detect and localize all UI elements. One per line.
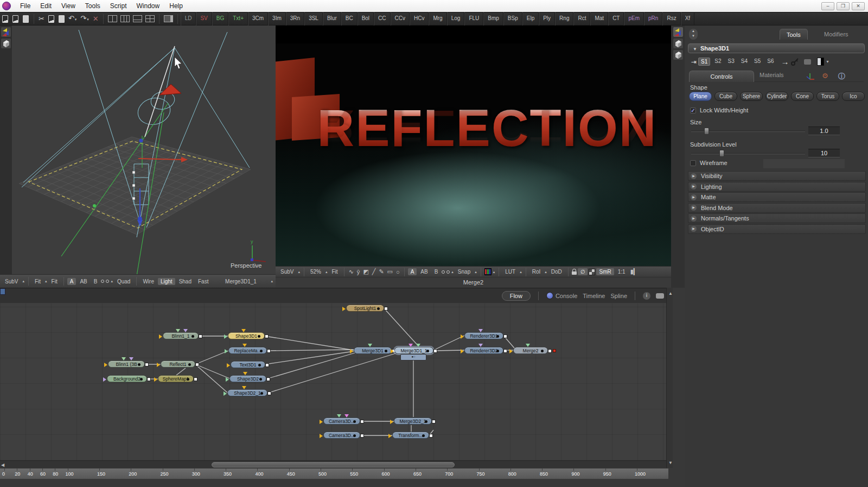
fit-button[interactable]: Fit: [329, 268, 341, 275]
tab-modifiers[interactable]: Modifiers: [818, 29, 855, 40]
settings-button-s1[interactable]: S1: [698, 58, 710, 66]
node-output[interactable]: [266, 377, 270, 381]
node-input-arrow[interactable]: [391, 349, 394, 353]
node-top-input[interactable]: [176, 329, 180, 332]
tool-shortcut-bc[interactable]: BC: [341, 12, 358, 26]
save-comp-icon[interactable]: [23, 15, 29, 23]
tool-shortcut-3im[interactable]: 3Im: [268, 12, 286, 26]
cube-view-icon[interactable]: [1, 39, 11, 48]
node-input-arrow[interactable]: [154, 377, 157, 382]
flow-node-shape3d2[interactable]: Shape3D2: [229, 375, 266, 382]
layout-rows-icon[interactable]: [133, 15, 142, 22]
node-top-input[interactable]: [344, 414, 349, 418]
flow-node-merge3d1[interactable]: Merge3D1: [354, 347, 392, 354]
layout-columns-icon[interactable]: [120, 15, 130, 22]
expand-triangle-icon[interactable]: ▶: [691, 173, 697, 179]
viewport-3d[interactable]: y Perspective: [12, 26, 276, 274]
flow-node-merge2[interactable]: Merge2: [513, 347, 548, 354]
tab-flow[interactable]: Flow: [502, 291, 531, 301]
section-normals-tangents[interactable]: ▶Normals/Tangents: [688, 213, 866, 223]
viewport-2d[interactable]: REFLECTION REFLECTION: [276, 26, 671, 266]
viewed-node-label[interactable]: Merge2: [276, 277, 671, 288]
tool-shortcut-ct[interactable]: CT: [608, 12, 624, 26]
panel-spinner-icon[interactable]: ▲▼: [689, 29, 698, 40]
flow-horizontal-scrollbar[interactable]: ◀: [0, 460, 666, 468]
channel-rgb-icon[interactable]: [484, 268, 492, 275]
light-toggle[interactable]: Light: [158, 278, 175, 285]
chevron-down-icon[interactable]: ▾: [826, 59, 828, 64]
tool-shortcut-bol[interactable]: Bol: [358, 12, 374, 26]
node-top-input[interactable]: [242, 344, 247, 347]
show-controls-icon[interactable]: ∅: [578, 268, 588, 275]
tool-shortcut-mrg[interactable]: Mrg: [429, 12, 446, 26]
snap-button[interactable]: Snap: [455, 268, 473, 275]
tab-materials[interactable]: Materials: [760, 72, 784, 78]
close-button[interactable]: ✕: [852, 2, 865, 10]
node-output[interactable]: [384, 307, 388, 311]
smr-button[interactable]: SmR: [596, 268, 614, 275]
buffer-b-button[interactable]: B: [91, 278, 100, 285]
settings-button-s6[interactable]: S6: [765, 58, 776, 66]
flow-node-transform-[interactable]: Transform...: [392, 432, 429, 439]
flow-node-camera3d-[interactable]: Camera3D...: [323, 418, 360, 425]
node-input-arrow[interactable]: [157, 363, 160, 367]
node-top-input[interactable]: [129, 357, 133, 360]
tool-shortcut-log[interactable]: Log: [447, 12, 465, 26]
node-input-arrow[interactable]: [320, 420, 323, 424]
color-views-icon[interactable]: [1, 27, 11, 37]
copy-icon[interactable]: [48, 15, 54, 23]
chat-bubble-icon[interactable]: [656, 293, 664, 299]
menu-file[interactable]: File: [15, 1, 35, 11]
zoom-level[interactable]: 52%: [308, 268, 324, 275]
flow-vertical-scrollbar[interactable]: ▲ ▼: [666, 288, 673, 468]
dod-button[interactable]: DoD: [548, 268, 565, 275]
delete-icon[interactable]: ✕: [93, 13, 99, 25]
shape-button-cube[interactable]: Cube: [714, 92, 737, 101]
wireframe-row[interactable]: Wireframe: [690, 160, 727, 166]
flow-node-blinn1-1[interactable]: Blinn1_1: [163, 332, 199, 339]
node-top-input[interactable]: [416, 344, 420, 347]
node-top-input[interactable]: [183, 329, 188, 332]
fit-menu-button[interactable]: Fit: [32, 278, 43, 285]
node-top-input[interactable]: [243, 372, 247, 375]
shape-button-sphere[interactable]: Sphere: [740, 92, 763, 101]
node-input-arrow[interactable]: [103, 377, 106, 382]
chevron-up-icon[interactable]: ▴: [271, 279, 273, 283]
cube-view-icon[interactable]: [673, 50, 683, 60]
tool-shortcut-3cm[interactable]: 3Cm: [248, 12, 268, 26]
rectangle-tool-icon[interactable]: ▭: [386, 268, 394, 275]
subdivision-value[interactable]: 10: [808, 149, 840, 157]
expand-triangle-icon[interactable]: ▶: [691, 184, 697, 189]
flow-node-camera3d-[interactable]: Camera3D...: [323, 432, 360, 439]
ellipse-tool-icon[interactable]: ○: [395, 269, 401, 275]
node-top-input[interactable]: [526, 344, 530, 347]
tool-shortcut-3sl[interactable]: 3SL: [304, 12, 323, 26]
menu-edit[interactable]: Edit: [35, 1, 56, 11]
node-output[interactable]: [194, 377, 197, 381]
flow-node-merge3d2-1[interactable]: Merge3D2_1: [394, 418, 432, 425]
tool-shortcut-prn[interactable]: pRn: [644, 12, 662, 26]
flow-node-spotlight1[interactable]: SpotLight1: [346, 305, 384, 312]
shape-button-cone[interactable]: Cone: [791, 92, 814, 101]
node-output[interactable]: [147, 377, 151, 381]
flow-node-reflect1[interactable]: Reflect1: [161, 360, 195, 368]
shape-button-cylinder[interactable]: Cylinder: [765, 92, 788, 101]
checker-underlay-icon[interactable]: [589, 269, 595, 275]
node-top-input[interactable]: [337, 414, 341, 418]
node-output[interactable]: [503, 334, 507, 338]
flow-node-background2[interactable]: Background2: [107, 375, 147, 382]
node-input-arrow[interactable]: [390, 420, 393, 424]
tab-spline[interactable]: Spline: [610, 293, 627, 299]
node-output[interactable]: [548, 349, 552, 353]
flow-node-merge3d1-1[interactable]: Merge3D1_1: [394, 347, 433, 354]
tool-shortcut-ccv[interactable]: CCv: [391, 12, 410, 26]
buffer-a-button[interactable]: A: [408, 268, 417, 275]
pick-tool-icon[interactable]: ✎: [378, 268, 385, 275]
chevron-up-icon[interactable]: ▴: [493, 270, 495, 274]
node-input-arrow[interactable]: [224, 391, 227, 396]
panel-toggle-icon[interactable]: [164, 15, 173, 22]
tool-shortcut-blur[interactable]: Blur: [323, 12, 341, 26]
chevron-up-icon[interactable]: ▴: [475, 270, 477, 274]
tab-controls[interactable]: Controls: [689, 71, 754, 82]
checkbox-checked[interactable]: ✓: [690, 107, 696, 113]
